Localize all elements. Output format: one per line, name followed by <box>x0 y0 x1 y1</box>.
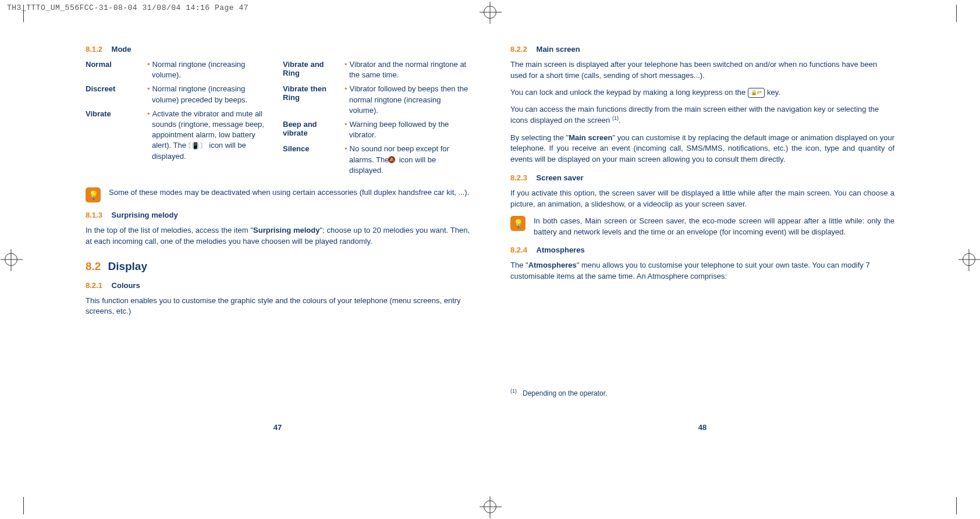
mode-label: Discreet <box>86 84 145 105</box>
heading-8-2-3: 8.2.3 Screen saver <box>510 173 894 182</box>
bullet-icon: • <box>345 144 347 153</box>
heading-8-2: 8.2 Display <box>86 260 470 273</box>
bold-text: Atmospheres <box>528 261 577 269</box>
bullet-icon: • <box>345 120 347 129</box>
mode-description: •Normal ringtone (increasing volume) pre… <box>145 84 272 105</box>
bold-text: Main screen <box>569 133 612 142</box>
section-title: Atmospheres <box>537 246 585 254</box>
mode-label: Silence <box>283 144 342 176</box>
note-box: 💡 Some of these modes may be deactivated… <box>86 187 470 202</box>
heading-8-2-4: 8.2.4 Atmospheres <box>510 246 894 254</box>
section-number: 8.2.4 <box>510 246 527 254</box>
mode-description: •Vibrator followed by beeps then the nor… <box>342 84 470 116</box>
mode-label: Vibrate and Ring <box>283 59 342 80</box>
registration-mark <box>5 253 17 266</box>
mode-description: •Activate the vibrator and mute all soun… <box>145 109 272 162</box>
footnote-ref: (1) <box>612 115 619 121</box>
section-title: Screen saver <box>537 173 584 182</box>
paragraph: By selecting the "Main screen" you can c… <box>510 133 894 166</box>
mode-row: Vibrate and Ring •Vibrator and the norma… <box>283 59 470 80</box>
paragraph: The main screen is displayed after your … <box>510 59 894 81</box>
section-number: 8.1.3 <box>86 211 102 219</box>
section-number: 8.2.2 <box>510 45 527 54</box>
crop-mark <box>956 497 957 514</box>
heading-8-1-2: 8.1.2 Mode <box>86 45 470 54</box>
bullet-icon: • <box>345 60 347 69</box>
section-title: Colours <box>112 281 140 290</box>
crop-mark <box>956 5 957 22</box>
heading-8-1-3: 8.1.3 Surprising melody <box>86 211 470 219</box>
crop-mark <box>23 497 24 514</box>
bullet-icon: • <box>147 109 150 118</box>
section-title: Main screen <box>537 45 580 54</box>
crop-mark <box>23 5 24 22</box>
section-title: Mode <box>112 45 132 54</box>
page-47: 8.1.2 Mode Normal •Normal ringtone (incr… <box>86 45 470 323</box>
paragraph: If you activate this option, the screen … <box>510 188 894 210</box>
mode-description: •No sound nor beep except for alarms. Th… <box>342 144 470 176</box>
bold-text: Surprising melody <box>253 226 319 234</box>
registration-mark <box>484 500 496 513</box>
mode-column-1: Normal •Normal ringtone (increasing volu… <box>86 59 272 179</box>
registration-mark <box>484 6 496 19</box>
mode-column-2: Vibrate and Ring •Vibrator and the norma… <box>283 59 470 179</box>
bullet-icon: • <box>147 60 150 69</box>
mode-row: Normal •Normal ringtone (increasing volu… <box>86 59 272 80</box>
note-text: Some of these modes may be deactivated w… <box>109 187 470 202</box>
silence-icon: 🔕 <box>391 155 397 164</box>
bullet-icon: • <box>147 84 150 93</box>
page-48: 8.2.2 Main screen The main screen is dis… <box>510 45 894 323</box>
bullet-icon: • <box>345 84 347 93</box>
mode-description: •Vibrator and the normal ringtone at the… <box>342 59 470 80</box>
footnote: (1) Depending on the operator. <box>510 388 607 397</box>
mode-label: Normal <box>86 59 145 80</box>
section-title: Display <box>108 260 147 273</box>
mode-description: •Warning beep followed by the vibrator. <box>342 119 470 140</box>
mode-label: Beep and vibrate <box>283 119 342 140</box>
paragraph: This function enables you to customise t… <box>86 296 470 318</box>
paragraph: You can access the main functions direct… <box>510 104 894 127</box>
page-number: 48 <box>510 423 894 432</box>
note-box: 💡 In both cases, Main screen or Screen s… <box>510 216 894 238</box>
heading-8-2-1: 8.2.1 Colours <box>86 281 470 290</box>
section-number: 8.1.2 <box>86 45 102 54</box>
mode-label: Vibrate then Ring <box>283 84 342 116</box>
key-icon: 🔒#* <box>748 88 765 98</box>
registration-mark <box>963 253 975 266</box>
mode-row: Vibrate then Ring •Vibrator followed by … <box>283 84 470 116</box>
section-number: 8.2 <box>86 260 101 273</box>
lightbulb-icon: 💡 <box>510 216 525 231</box>
mode-table: Normal •Normal ringtone (increasing volu… <box>86 59 470 179</box>
mode-row: Beep and vibrate •Warning beep followed … <box>283 119 470 140</box>
paragraph: In the top of the list of melodies, acce… <box>86 225 470 247</box>
mode-description: •Normal ringtone (increasing volume). <box>145 59 272 80</box>
heading-8-2-2: 8.2.2 Main screen <box>510 45 894 54</box>
note-text: In both cases, Main screen or Screen sav… <box>534 216 894 238</box>
paragraph: The "Atmospheres" menu allows you to cus… <box>510 260 894 282</box>
page-spread: 8.1.2 Mode Normal •Normal ringtone (incr… <box>0 16 980 335</box>
mode-row: Silence •No sound nor beep except for al… <box>283 144 470 176</box>
section-number: 8.2.1 <box>86 281 102 290</box>
section-number: 8.2.3 <box>510 173 527 182</box>
page-number: 47 <box>86 423 470 432</box>
footnote-text: Depending on the operator. <box>523 389 607 397</box>
section-title: Surprising melody <box>112 211 178 219</box>
vibrate-icon: 〔📳〕 <box>189 141 207 150</box>
mode-row: Vibrate •Activate the vibrator and mute … <box>86 109 272 162</box>
mode-label: Vibrate <box>86 109 145 162</box>
footnote-marker: (1) <box>510 388 517 394</box>
lightbulb-icon: 💡 <box>86 187 101 202</box>
paragraph: You can lock and unlock the keypad by ma… <box>510 87 894 98</box>
mode-row: Discreet •Normal ringtone (increasing vo… <box>86 84 272 105</box>
